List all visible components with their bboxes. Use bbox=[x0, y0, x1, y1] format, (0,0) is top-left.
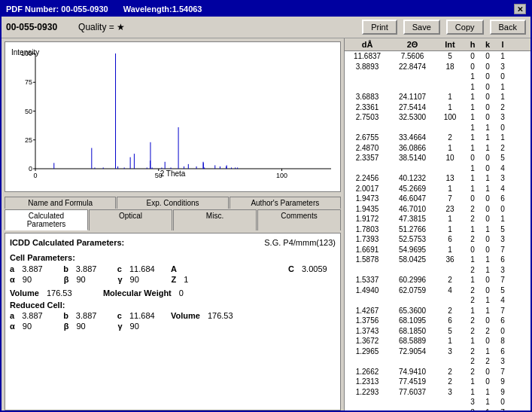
tab-exp-conditions[interactable]: Exp. Conditions bbox=[117, 197, 228, 209]
param-a: 3.887 bbox=[22, 264, 56, 273]
table-row: 1.229377.60373119 bbox=[345, 387, 530, 398]
left-panel: Intensity 2 Theta Name and Formula Exp. … bbox=[2, 38, 344, 410]
table-row: 1.669154.96951007 bbox=[345, 245, 530, 255]
table-row: 1.533760.29962107 bbox=[345, 275, 530, 285]
reduced-beta: 90 bbox=[76, 322, 110, 331]
table-row: 223 bbox=[345, 356, 530, 367]
reduced-b: 3.887 bbox=[76, 311, 110, 320]
table-row: 1.367268.58891108 bbox=[345, 336, 530, 346]
tab-row-1: Name and Formula Exp. Conditions Author'… bbox=[5, 197, 341, 209]
x-axis-label: 2 Theta bbox=[5, 169, 340, 178]
table-row: 1.587858.042536116 bbox=[345, 255, 530, 265]
record-id: 00-055-0930 bbox=[6, 22, 57, 32]
table-row: 213 bbox=[345, 265, 530, 276]
table-row: 104 bbox=[345, 163, 530, 174]
quality-label: Quality = ★ bbox=[78, 22, 125, 32]
close-button[interactable]: ✕ bbox=[514, 4, 526, 14]
table-row: 1.375668.10956206 bbox=[345, 316, 530, 326]
main-window: PDF Number: 00-055-0930 Wavelength:1.540… bbox=[0, 0, 532, 412]
param-alpha: 90 bbox=[23, 275, 56, 284]
reduced-alpha: 90 bbox=[23, 322, 56, 331]
params-area: ICDD Calculated Parameters: S.G. P4/mmm(… bbox=[5, 233, 341, 410]
table-row: 1.494062.07594205 bbox=[345, 285, 530, 296]
param-b: 3.887 bbox=[76, 264, 110, 273]
reduced-gamma: 90 bbox=[130, 322, 164, 331]
table-row: 101 bbox=[345, 82, 530, 93]
tab-misc[interactable]: Misc. bbox=[173, 209, 257, 230]
table-row: 2.001745.26691114 bbox=[345, 184, 530, 194]
table-row: 1.780351.27661115 bbox=[345, 224, 530, 235]
wavelength: Wavelength:1.54063 bbox=[123, 5, 202, 14]
table-row: 2.336127.54141102 bbox=[345, 102, 530, 113]
table-row: 2.675533.46642111 bbox=[345, 133, 530, 143]
back-button[interactable]: Back bbox=[490, 20, 526, 35]
param-mw: 0 bbox=[179, 288, 213, 298]
tab-author-params[interactable]: Author's Parameters bbox=[230, 197, 341, 209]
table-header: dÅ 2Θ Int h k l bbox=[345, 38, 530, 51]
table-row: 2.245640.123213113 bbox=[345, 173, 530, 184]
cell-params-label: Cell Parameters: bbox=[10, 253, 336, 262]
title-bar: PDF Number: 00-055-0930 Wavelength:1.540… bbox=[2, 2, 530, 17]
param-row-angles: α 90 β 90 γ 90 Z 1 bbox=[10, 275, 336, 284]
pdf-number: PDF Number: 00-055-0930 bbox=[6, 5, 108, 14]
param-beta: 90 bbox=[76, 275, 110, 284]
tab-optical[interactable]: Optical bbox=[89, 209, 172, 230]
main-content: Intensity 2 Theta Name and Formula Exp. … bbox=[2, 38, 530, 410]
space-group: S.G. P4/mmm(123) bbox=[264, 238, 336, 250]
param-gamma: 90 bbox=[130, 275, 164, 284]
table-row: 110 bbox=[345, 123, 530, 133]
tab-name-formula[interactable]: Name and Formula bbox=[5, 197, 116, 209]
volume-row: Volume 176.53 Molecular Weight 0 bbox=[10, 288, 336, 298]
table-row: 1.943546.701023200 bbox=[345, 204, 530, 215]
toolbar: 00-055-0930 Quality = ★ Print Save Copy … bbox=[2, 17, 530, 38]
copy-button[interactable]: Copy bbox=[446, 20, 484, 35]
param-c: 11.684 bbox=[129, 264, 163, 273]
col-header-d: dÅ bbox=[345, 40, 390, 49]
table-row: 214 bbox=[345, 295, 530, 306]
y-axis-label: Intensity bbox=[11, 48, 39, 56]
reduced-abc-row: a 3.887 b 3.887 c 11.684 Volume 176.53 bbox=[10, 311, 336, 320]
col-header-int: Int bbox=[435, 40, 465, 49]
table-row: 1.231377.45192109 bbox=[345, 377, 530, 387]
table-row: 1.374368.18505220 bbox=[345, 326, 530, 337]
reduced-c: 11.684 bbox=[129, 311, 163, 320]
table-row: 1.947346.60477006 bbox=[345, 194, 530, 204]
col-header-2theta: 2Θ bbox=[390, 40, 435, 49]
reduced-angles-row: α 90 β 90 γ 90 bbox=[10, 322, 336, 331]
param-volume: 176.53 bbox=[47, 288, 81, 298]
table-row: 1.266274.94102207 bbox=[345, 367, 530, 377]
table-row: 317 bbox=[345, 407, 530, 411]
right-panel: dÅ 2Θ Int h k l 11.68377.560650013.88932… bbox=[344, 38, 530, 410]
reduced-volume: 176.53 bbox=[208, 311, 242, 320]
reduced-title: Reduced Cell: bbox=[10, 301, 336, 310]
reduced-a: 3.887 bbox=[22, 311, 56, 320]
print-button[interactable]: Print bbox=[362, 20, 397, 35]
table-row: 1.739352.57536203 bbox=[345, 234, 530, 245]
table-row: 1.296572.90543216 bbox=[345, 346, 530, 357]
table-row: 1.917247.38151201 bbox=[345, 214, 530, 224]
table-row: 3.889322.847418003 bbox=[345, 62, 530, 72]
tab-comments[interactable]: Comments bbox=[257, 209, 341, 230]
col-header-l: l bbox=[495, 40, 510, 49]
table-row: 2.487036.08661112 bbox=[345, 143, 530, 154]
table-row: 11.68377.56065001 bbox=[345, 51, 530, 62]
save-button[interactable]: Save bbox=[403, 20, 440, 35]
param-Z: 1 bbox=[184, 275, 217, 284]
table-row: 2.750332.5300100103 bbox=[345, 112, 530, 123]
table-row: 100 bbox=[345, 72, 530, 82]
title-bar-text: PDF Number: 00-055-0930 Wavelength:1.540… bbox=[6, 5, 202, 14]
param-C: 3.0059 bbox=[302, 264, 336, 273]
tab-row-2: Calculated Parameters Optical Misc. Comm… bbox=[5, 209, 341, 230]
table-row: 1.426765.36002117 bbox=[345, 306, 530, 316]
tab-calc-params[interactable]: Calculated Parameters bbox=[5, 209, 88, 230]
col-header-k: k bbox=[480, 40, 495, 49]
reduced-section: Reduced Cell: a 3.887 b 3.887 c 11.684 V… bbox=[10, 301, 336, 331]
param-row-abc: a 3.887 b 3.887 c 11.684 A C 3.0059 bbox=[10, 264, 336, 273]
table-row: 2.335738.514010005 bbox=[345, 153, 530, 163]
tabs-section: Name and Formula Exp. Conditions Author'… bbox=[2, 195, 344, 233]
table-row: 3.688324.11071101 bbox=[345, 92, 530, 102]
col-header-h: h bbox=[465, 40, 480, 49]
chart-area: Intensity 2 Theta bbox=[5, 41, 341, 192]
data-table-body: 11.68377.560650013.889322.84741800310010… bbox=[345, 51, 530, 410]
params-title: ICDD Calculated Parameters: bbox=[10, 238, 124, 247]
